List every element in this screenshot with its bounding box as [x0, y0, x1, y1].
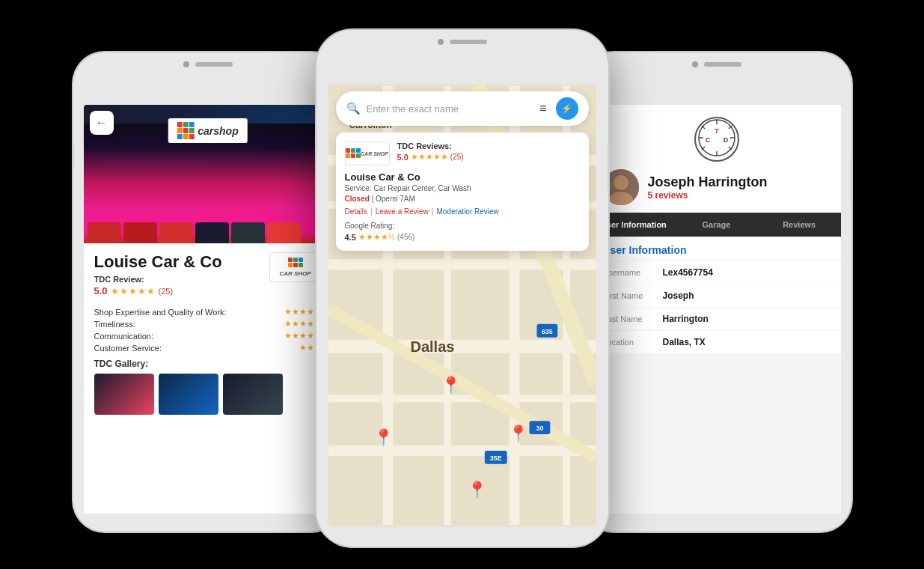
filter-icon: ⚡	[561, 103, 572, 114]
popup-sep-1: |	[370, 207, 373, 216]
left-body: Louise Car & Co TDC Review: 5.0 ★★★★★ (2…	[84, 243, 332, 424]
popup-rating: 5.0	[397, 153, 409, 162]
user-info-section-title: User Information	[593, 237, 841, 261]
shop-name-wrapper: Louise Car & Co TDC Review: 5.0 ★★★★★ (2…	[94, 252, 222, 301]
info-row-firstname: First Name Joseph	[593, 284, 841, 308]
section-title-text: User Information	[603, 244, 687, 256]
search-icon: 🔍	[346, 102, 361, 115]
svg-text:T: T	[715, 127, 719, 135]
car-red3	[159, 222, 193, 243]
detail-rows: Shop Expertise and Quality of Work: ★★★★…	[94, 307, 322, 353]
car-red	[88, 222, 121, 243]
gallery-label: TDC Gallery:	[94, 359, 322, 369]
svg-point-32	[614, 175, 628, 190]
carshop-logo-small: CAR SHOP	[269, 252, 322, 282]
left-shop-name: Louise Car & Co	[94, 252, 222, 272]
popup-tdc-stars: ★★★★★	[411, 152, 448, 162]
svg-text:35E: 35E	[489, 454, 501, 462]
speaker-left	[195, 62, 233, 67]
info-row-location: Location Dallas, TX	[593, 331, 841, 354]
camera-center	[438, 39, 444, 45]
map-pin-2: 📍	[373, 428, 394, 448]
popup-sep-2: |	[432, 207, 434, 216]
gallery-row	[94, 374, 322, 415]
carshop-text: carshop	[198, 125, 238, 137]
detail-row-3: Customer Service: ★★★	[94, 343, 322, 353]
popup-google-score: 4.5	[345, 233, 356, 242]
camera-right	[692, 61, 698, 67]
menu-lines-icon[interactable]: ≡	[539, 102, 546, 115]
left-phone-screen: carshop ←	[84, 105, 332, 514]
car-red2	[123, 222, 157, 243]
right-tabs: User Information Garage Reviews	[593, 213, 841, 237]
popup-service: Service: Car Repair Center, Car Wash	[345, 184, 580, 192]
phones-container: carshop ←	[51, 15, 874, 554]
popup-links: Details | Leave a Review | Moderatior Re…	[345, 207, 580, 216]
car-dark2	[231, 222, 265, 243]
popup-google-count: (456)	[397, 233, 414, 241]
side-button-volume	[72, 142, 74, 172]
tdc-rating-row: 5.0 ★★★★★ (25)	[94, 285, 222, 296]
tab-garage-label: Garage	[703, 220, 731, 229]
back-button[interactable]: ←	[90, 111, 114, 135]
right-phone: T C D	[582, 52, 851, 532]
center-phone: 635 30 35E Carrollton FarmersBranch Dall…	[316, 30, 608, 547]
tab-garage[interactable]: Garage	[675, 213, 758, 237]
svg-point-19	[699, 120, 735, 156]
info-key-location: Location	[603, 338, 663, 347]
speaker-right	[704, 62, 741, 67]
detail-label-0: Shop Expertise and Quality of Work:	[94, 308, 227, 317]
popup-status: Closed | Opens 7AM	[345, 195, 580, 203]
popup-details-link[interactable]: Details	[345, 207, 368, 216]
right-phone-screen: T C D	[593, 105, 841, 514]
left-content: carshop ←	[84, 105, 332, 514]
svg-text:30: 30	[536, 425, 543, 432]
user-reviews: 5 reviews	[648, 190, 830, 201]
info-key-firstname: First Name	[603, 291, 663, 300]
info-row-lastname: Last Name Harrington	[593, 308, 841, 331]
popup-google-label: Google Rating:	[345, 222, 580, 230]
left-hero-image: carshop ←	[84, 105, 332, 243]
svg-text:C: C	[705, 136, 710, 144]
popup-stars-row: 5.0 ★★★★★ (25)	[397, 152, 580, 162]
gallery-thumb-3	[223, 374, 283, 415]
tab-reviews[interactable]: Reviews	[758, 213, 841, 237]
user-info-header: Joseph Harrington 5 reviews	[603, 169, 830, 205]
dallas-label: Dallas	[411, 338, 455, 356]
search-input[interactable]: Enter the exact name	[367, 103, 534, 115]
popup-review-link[interactable]: Leave a Review	[376, 207, 429, 216]
map-pin-1: 📍	[441, 376, 461, 395]
user-details: Joseph Harrington 5 reviews	[648, 174, 830, 201]
popup-tdc-section: TDC Reviews: 5.0 ★★★★★ (25)	[397, 142, 580, 162]
detail-row-2: Communication: ★★★★★	[94, 331, 322, 341]
info-val-lastname: Harrington	[663, 314, 709, 324]
user-name: Joseph Harrington	[648, 174, 830, 190]
tcd-svg: T C D	[697, 118, 736, 157]
map-popup: CAR SHOP TDC Reviews: 5.0 ★★★★★ (25) Lou…	[336, 133, 589, 251]
detail-row-0: Shop Expertise and Quality of Work: ★★★★…	[94, 307, 322, 317]
info-table: Username Lex4567754 First Name Joseph La…	[593, 261, 841, 354]
info-val-firstname: Joseph	[663, 290, 694, 301]
tab-reviews-label: Reviews	[783, 220, 816, 229]
filter-button[interactable]: ⚡	[556, 97, 578, 120]
gallery-thumb-1	[94, 374, 154, 415]
back-icon: ←	[96, 116, 108, 130]
right-content: T C D	[593, 105, 841, 514]
gallery-thumb-2	[159, 374, 218, 415]
popup-moderator-link[interactable]: Moderatior Review	[436, 207, 498, 216]
detail-row-1: Timeliness: ★★★★★	[94, 319, 322, 329]
popup-google-stars: ★★★★½	[358, 232, 395, 242]
car-red4	[267, 222, 301, 243]
center-content: 635 30 35E Carrollton FarmersBranch Dall…	[328, 84, 596, 527]
right-side-power	[851, 157, 853, 202]
tcd-logo: T C D	[694, 117, 739, 162]
detail-label-3: Customer Service:	[94, 344, 162, 353]
center-side-volume	[315, 127, 317, 157]
left-phone: carshop ←	[73, 52, 343, 532]
info-key-lastname: Last Name	[603, 314, 663, 323]
info-val-username: Lex4567754	[663, 267, 713, 278]
popup-header: CAR SHOP TDC Reviews: 5.0 ★★★★★ (25)	[345, 142, 580, 165]
map-search-bar[interactable]: 🔍 Enter the exact name ≡ ⚡	[336, 91, 589, 126]
svg-text:D: D	[723, 136, 728, 144]
speaker-center	[450, 40, 487, 44]
